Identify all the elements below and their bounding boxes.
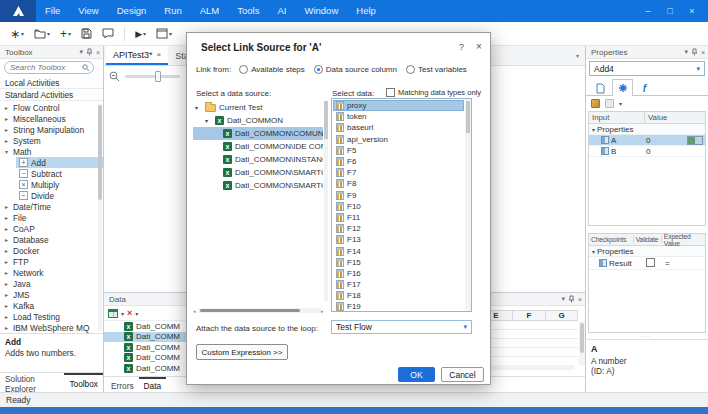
toolbox-category[interactable]: ▸IBM WebSphere MQ	[0, 322, 103, 333]
toolbox-category[interactable]: ▸JMS	[0, 289, 103, 300]
menu-item[interactable]: File	[36, 0, 69, 22]
tree-sheet-row[interactable]: Dati_COMMON\COMUNI	[193, 127, 323, 140]
add-datasource-icon[interactable]	[108, 309, 118, 318]
dock-menu-icon[interactable]: ▾	[684, 48, 688, 56]
delete-datasource-icon[interactable]: ×	[127, 309, 132, 318]
pin-icon[interactable]	[568, 295, 575, 303]
scroll-right-icon[interactable]: ▸	[321, 308, 326, 314]
data-column-item[interactable]: baseurl	[333, 122, 464, 133]
data-column-item[interactable]: F7	[333, 167, 464, 178]
data-link-icon[interactable]	[687, 136, 703, 145]
comments-button[interactable]	[98, 26, 118, 41]
pin-icon[interactable]	[691, 48, 698, 56]
close-panel-icon[interactable]: ×	[578, 296, 582, 303]
toolbox-activity[interactable]: +Add	[16, 157, 103, 168]
new-activity-button[interactable]: ∗▾	[6, 26, 28, 42]
tree-sheet-row[interactable]: Dati_COMMON\SMARTCONTRACT N	[193, 166, 323, 179]
toolbox-section-header[interactable]: Local Activities	[0, 77, 103, 89]
new-window-button[interactable]: ▾	[152, 26, 176, 41]
data-column-item[interactable]: proxy	[333, 100, 464, 111]
data-column-item[interactable]: F14	[333, 245, 464, 256]
tab-general[interactable]	[590, 80, 611, 95]
save-button[interactable]	[77, 26, 96, 41]
menu-item[interactable]: Run	[155, 0, 190, 22]
data-column-item[interactable]: F10	[333, 201, 464, 212]
menu-item[interactable]: Design	[108, 0, 156, 22]
radio-icon[interactable]	[406, 65, 415, 74]
input-property-row[interactable]: A 0	[589, 135, 705, 146]
add-button[interactable]: +▾	[56, 26, 75, 42]
tree-root-row[interactable]: ▾ Current Test	[193, 101, 323, 114]
search-box[interactable]	[4, 61, 94, 74]
data-column-item[interactable]: F5	[333, 145, 464, 156]
bottom-tab[interactable]: Errors	[106, 377, 139, 392]
toolbox-section-header[interactable]: Standard Activities	[0, 89, 103, 101]
menu-item[interactable]: Window	[295, 0, 347, 22]
toolbox-category-math[interactable]: ▾Math	[0, 146, 103, 157]
toolbox-activity[interactable]: ÷Divide	[16, 190, 103, 201]
menu-item[interactable]: Help	[347, 0, 385, 22]
list-vertical-scrollbar[interactable]	[465, 99, 471, 311]
validate-checkbox[interactable]	[646, 258, 655, 267]
zoom-slider-knob[interactable]	[155, 71, 161, 82]
data-column-item[interactable]: F9	[333, 190, 464, 201]
toolbox-activity[interactable]: ×Multiply	[16, 179, 103, 190]
data-column-item[interactable]: F18	[333, 290, 464, 301]
close-tab-icon[interactable]: ×	[157, 50, 162, 59]
tab-list-icon[interactable]: ▾	[576, 52, 579, 59]
menu-item[interactable]: Tools	[228, 0, 268, 22]
toolbox-category[interactable]: ▸Flow Control	[0, 102, 103, 113]
minimize-button[interactable]: –	[638, 0, 658, 22]
dialog-help-button[interactable]: ?	[459, 42, 464, 52]
data-column-item[interactable]: F16	[333, 268, 464, 279]
toolbox-category[interactable]: ▸CoAP	[0, 223, 103, 234]
bottom-tab[interactable]: Data	[139, 377, 167, 392]
toolbox-category[interactable]: ▸Date/Time	[0, 201, 103, 212]
tab-function[interactable]: f	[634, 80, 655, 95]
tree-sheet-row[interactable]: Dati_COMMON\IDE CONF	[193, 140, 323, 153]
toolbox-category[interactable]: ▸File	[0, 212, 103, 223]
menu-item[interactable]: View	[69, 0, 107, 22]
data-column-item[interactable]: F6	[333, 156, 464, 167]
zoom-out-icon[interactable]	[109, 71, 120, 82]
toolbox-category[interactable]: ▸System	[0, 135, 103, 146]
cancel-button[interactable]: Cancel	[441, 367, 484, 382]
matching-types-option[interactable]: Matching data types only	[386, 88, 481, 97]
grid-column-header[interactable]: G	[545, 310, 578, 321]
data-column-item[interactable]: token	[333, 111, 464, 122]
tree-sheet-row[interactable]: Dati_COMMON\SMARTCONTRACT F	[193, 179, 323, 192]
pin-icon[interactable]	[86, 48, 93, 56]
grid-column-header[interactable]: F	[512, 310, 545, 321]
close-panel-icon[interactable]: ×	[96, 49, 100, 56]
step-selector-combo[interactable]: Add4 ▾	[589, 61, 705, 76]
chevron-down-icon[interactable]: ▾	[135, 310, 138, 317]
tree-sheet-row[interactable]: Dati_COMMON\INSTANCE AND DET	[193, 153, 323, 166]
toolbox-activity[interactable]: −Subtract	[16, 168, 103, 179]
menu-item[interactable]: ALM	[191, 0, 229, 22]
dock-menu-icon[interactable]: ▾	[79, 48, 83, 56]
clear-icon[interactable]	[605, 99, 614, 108]
tree-source-row[interactable]: ▾ Dati_COMMON	[193, 114, 323, 127]
run-button[interactable]: ▶▾	[131, 26, 150, 42]
dock-menu-icon[interactable]: ▾	[561, 295, 565, 303]
data-column-item[interactable]: api_version	[333, 134, 464, 145]
data-column-item[interactable]: F15	[333, 257, 464, 268]
toolbox-scrollbar[interactable]	[98, 103, 102, 331]
tab-apitest3[interactable]: APITest3* ×	[106, 46, 168, 65]
data-column-item[interactable]: F17	[333, 279, 464, 290]
menu-item[interactable]: AI	[268, 0, 295, 22]
tree-vertical-scrollbar[interactable]	[324, 101, 328, 301]
custom-expression-button[interactable]: Custom Expression >>	[196, 344, 288, 360]
checkpoint-row[interactable]: Result =	[589, 257, 705, 270]
close-panel-icon[interactable]: ×	[701, 49, 705, 56]
tree-horizontal-scrollbar[interactable]: ◂ ▸	[193, 307, 326, 314]
toolbox-category[interactable]: ▸Kafka	[0, 300, 103, 311]
panel-splitter[interactable]: ···	[586, 226, 708, 232]
expected-value[interactable]: =	[665, 259, 670, 268]
toolbox-category[interactable]: ▸Miscellaneous	[0, 113, 103, 124]
tab-settings[interactable]	[612, 79, 633, 96]
link-from-radio[interactable]: Data source column	[314, 65, 397, 74]
maximize-button[interactable]: □	[660, 0, 680, 22]
toolbox-category[interactable]: ▸Load Testing	[0, 311, 103, 322]
key-icon[interactable]	[591, 99, 600, 108]
